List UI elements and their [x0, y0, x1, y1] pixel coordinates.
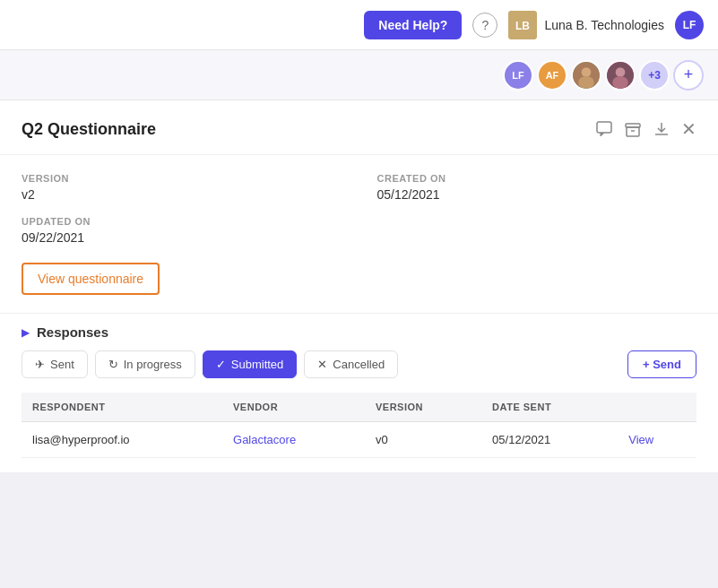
- tab-submitted[interactable]: ✓ Submitted: [203, 350, 298, 378]
- main-panel: Q2 Questionnaire: [0, 100, 718, 472]
- tab-cancelled[interactable]: ✕ Cancelled: [304, 350, 398, 378]
- svg-point-4: [578, 75, 594, 88]
- view-questionnaire-button[interactable]: View questionnaire: [22, 263, 160, 295]
- avatar-photo1[interactable]: [571, 60, 601, 91]
- col-vendor: VENDOR: [222, 393, 365, 422]
- table-header: RESPONDENT VENDOR VERSION DATE SENT: [22, 393, 696, 422]
- tab-sent-label: Sent: [50, 358, 74, 371]
- comment-icon[interactable]: [595, 120, 613, 138]
- col-version: VERSION: [365, 393, 481, 422]
- tab-submitted-label: Submitted: [231, 358, 284, 371]
- svg-point-3: [582, 67, 592, 77]
- svg-text:LB: LB: [515, 20, 530, 32]
- col-respondent: RESPONDENT: [22, 393, 222, 422]
- panel-header: Q2 Questionnaire: [0, 100, 718, 155]
- responses-table: RESPONDENT VENDOR VERSION DATE SENT lisa…: [22, 393, 696, 458]
- svg-rect-8: [597, 122, 611, 133]
- tab-in-progress-label: In progress: [124, 358, 182, 371]
- cancelled-icon: ✕: [317, 358, 327, 371]
- panel-actions: ✕: [595, 118, 696, 140]
- submitted-icon: ✓: [216, 358, 226, 371]
- company-name-label: Luna B. Technologies: [544, 18, 664, 32]
- send-button[interactable]: + Send: [627, 350, 696, 378]
- updated-field: UPDATED ON 09/22/2021: [22, 216, 342, 245]
- response-filter-tabs: ✈ Sent ↻ In progress ✓ Submitted ✕ Cance…: [22, 350, 696, 378]
- tab-sent[interactable]: ✈ Sent: [22, 350, 88, 378]
- tab-cancelled-label: Cancelled: [333, 358, 385, 371]
- meta-section: VERSION v2 CREATED ON 05/12/2021 UPDATED…: [0, 155, 718, 263]
- top-bar: Need Help? ? LB Luna B. Technologies LF: [0, 0, 718, 50]
- in-progress-icon: ↻: [108, 358, 118, 371]
- col-action: [618, 393, 696, 422]
- add-collaborator-button[interactable]: +: [673, 60, 704, 91]
- created-value: 05/12/2021: [377, 187, 697, 202]
- avatar-photo2[interactable]: [605, 60, 636, 91]
- download-icon[interactable]: [653, 120, 670, 138]
- updated-label: UPDATED ON: [22, 216, 342, 227]
- table-row: lisa@hyperproof.io Galactacore v0 05/12/…: [22, 422, 696, 458]
- main-scroll-area: Q2 Questionnaire: [0, 100, 718, 588]
- svg-point-6: [616, 67, 626, 77]
- avatar-af[interactable]: AF: [537, 60, 567, 91]
- panel-title: Q2 Questionnaire: [22, 120, 156, 139]
- version-field: VERSION v2: [22, 173, 342, 202]
- table-body: lisa@hyperproof.io Galactacore v0 05/12/…: [22, 422, 696, 458]
- svg-point-7: [612, 75, 628, 88]
- responses-collapse-header[interactable]: ▶ Responses: [22, 314, 696, 350]
- updated-value: 09/22/2021: [22, 230, 342, 245]
- created-field: CREATED ON 05/12/2021: [377, 173, 697, 202]
- view-btn-section: View questionnaire: [0, 263, 718, 313]
- version-value: v2: [22, 187, 342, 202]
- col-date-sent: DATE SENT: [481, 393, 618, 422]
- cell-version: v0: [365, 422, 481, 458]
- avatar-lf[interactable]: LF: [503, 60, 533, 91]
- user-avatar[interactable]: LF: [675, 11, 704, 39]
- sent-icon: ✈: [35, 358, 45, 371]
- responses-section-title: Responses: [37, 324, 108, 340]
- vendor-link[interactable]: Galactacore: [233, 433, 296, 446]
- cell-date-sent: 05/12/2021: [481, 422, 618, 458]
- responses-section: ▶ Responses ✈ Sent ↻ In progress ✓ Submi…: [0, 313, 718, 472]
- company-avatar: LB: [508, 11, 537, 39]
- cell-action: View: [618, 422, 696, 458]
- cell-respondent: lisa@hyperproof.io: [22, 422, 222, 458]
- avatar-bar: LF AF +3 +: [0, 50, 718, 100]
- archive-icon[interactable]: [624, 120, 642, 138]
- avatar-count[interactable]: +3: [639, 60, 670, 91]
- version-label: VERSION: [22, 173, 342, 184]
- cell-vendor: Galactacore: [222, 422, 365, 458]
- row-view-link[interactable]: View: [628, 433, 653, 446]
- help-icon[interactable]: ?: [472, 13, 497, 38]
- company-selector[interactable]: LB Luna B. Technologies: [508, 11, 664, 39]
- responses-chevron-icon: ▶: [22, 326, 30, 339]
- tab-in-progress[interactable]: ↻ In progress: [95, 350, 195, 378]
- created-label: CREATED ON: [377, 173, 697, 184]
- need-help-button[interactable]: Need Help?: [364, 11, 462, 39]
- close-panel-button[interactable]: ✕: [681, 118, 696, 140]
